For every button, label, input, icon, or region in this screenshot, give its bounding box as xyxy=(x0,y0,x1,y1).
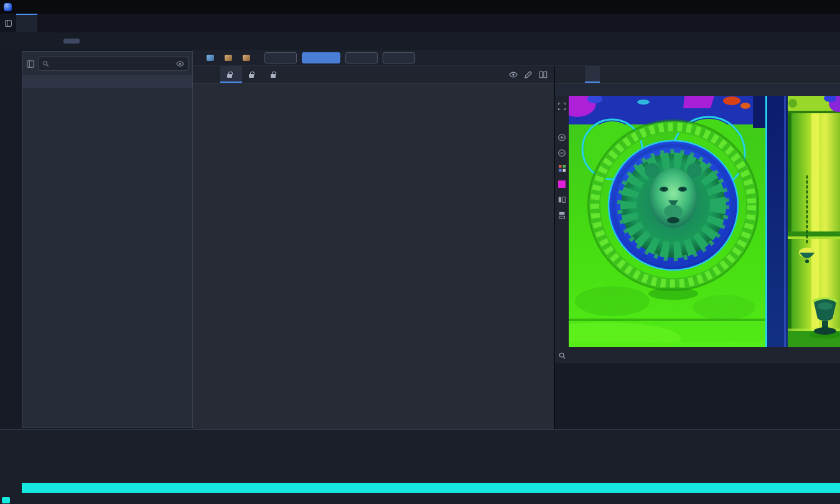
find-box xyxy=(38,57,189,71)
breadcrumb-item-opaque-objects[interactable] xyxy=(207,55,217,61)
tab-mappings[interactable] xyxy=(555,66,570,83)
lock-icon xyxy=(271,74,276,78)
lock-icon xyxy=(227,74,232,78)
inspector-panel xyxy=(554,66,840,429)
document-tab-bar xyxy=(0,14,840,32)
breadcrumb-item-mesh[interactable] xyxy=(225,55,235,61)
eye-icon[interactable] xyxy=(509,70,518,79)
tab-glsl[interactable] xyxy=(220,66,242,83)
stage-fs-button[interactable] xyxy=(345,52,378,63)
find-input[interactable] xyxy=(52,60,161,68)
nav-tab-bar xyxy=(0,32,840,50)
stage-end-button[interactable] xyxy=(383,52,415,63)
tab-pipeline[interactable] xyxy=(63,39,80,44)
tab-resources[interactable] xyxy=(86,39,102,44)
zoom-actual-button[interactable] xyxy=(558,117,567,126)
zoom-out-button[interactable] xyxy=(558,148,567,157)
shader-toolbar xyxy=(509,70,554,79)
zoom-in-button[interactable] xyxy=(558,133,567,142)
shader-language-tabs xyxy=(220,66,286,83)
pencil-icon[interactable] xyxy=(524,70,533,79)
viewer-status-bar xyxy=(555,347,840,363)
menu-bar xyxy=(0,0,840,14)
flip-vertical-button[interactable] xyxy=(558,210,567,220)
main-area xyxy=(0,50,840,429)
pixel-picker-button[interactable] xyxy=(555,352,569,360)
panel-toggle-icon[interactable] xyxy=(0,14,16,32)
application-window xyxy=(0,0,840,504)
images-table-header xyxy=(555,83,840,96)
commands-header xyxy=(22,75,192,88)
render-pass-icon xyxy=(207,55,214,61)
status-badge xyxy=(2,497,10,503)
pipeline-stage-buttons xyxy=(264,52,415,63)
timeline-panel xyxy=(0,429,840,504)
breadcrumb-bar xyxy=(193,50,840,66)
eye-icon[interactable] xyxy=(176,60,184,68)
mesh-icon xyxy=(225,55,232,61)
tab-hlsl[interactable] xyxy=(264,66,286,83)
timeline-scrubber[interactable] xyxy=(22,483,840,493)
stage-start-button[interactable] xyxy=(264,52,297,63)
search-icon xyxy=(42,60,49,67)
tab-spirv[interactable] xyxy=(242,66,264,83)
tab-images[interactable] xyxy=(585,66,600,83)
find-row xyxy=(22,52,192,75)
split-view-icon[interactable] xyxy=(539,70,548,79)
tab-geometry[interactable] xyxy=(570,66,585,83)
commands-panel xyxy=(22,51,193,428)
flip-horizontal-button[interactable] xyxy=(558,195,567,204)
breadcrumb-item-draw[interactable] xyxy=(243,55,253,61)
inspector-tabs xyxy=(555,66,840,83)
document-tab[interactable] xyxy=(16,14,37,32)
background-color-button[interactable] xyxy=(558,179,567,189)
draw-call-icon xyxy=(243,55,250,61)
shader-header xyxy=(193,66,554,83)
commands-tree xyxy=(22,88,192,427)
tab-summary[interactable] xyxy=(108,39,124,44)
app-logo-icon xyxy=(4,3,12,11)
viewer-toolbar xyxy=(555,96,569,347)
tab-system[interactable] xyxy=(19,39,35,44)
normal-map-render xyxy=(569,96,840,347)
sidebar-icon[interactable] xyxy=(26,60,35,68)
shader-panel xyxy=(193,66,554,429)
image-preview[interactable] xyxy=(569,96,840,347)
tab-buffers[interactable] xyxy=(600,66,615,83)
reset-view-button[interactable] xyxy=(558,226,567,235)
image-viewer xyxy=(555,96,840,347)
zoom-fit-button[interactable] xyxy=(558,101,567,111)
channel-select-button[interactable] xyxy=(558,164,567,173)
code-editor[interactable] xyxy=(193,83,554,429)
lock-icon xyxy=(249,74,254,78)
stage-vs-button[interactable] xyxy=(302,52,340,63)
tab-performance[interactable] xyxy=(41,39,57,44)
center-right-area xyxy=(193,50,840,429)
